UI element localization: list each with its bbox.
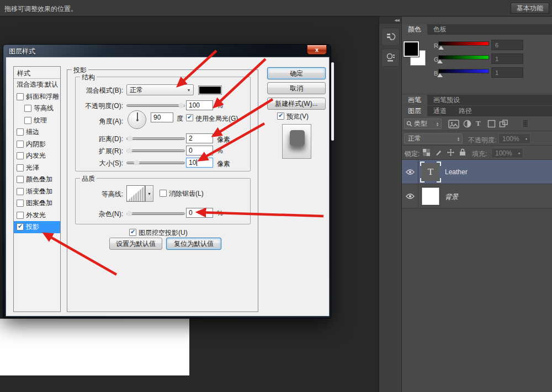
- style-item-checkbox[interactable]: [17, 152, 24, 159]
- tab-layers[interactable]: 图层: [402, 106, 427, 116]
- foreground-color-swatch[interactable]: [404, 41, 419, 57]
- set-default-button[interactable]: 设置为默认值: [109, 238, 162, 250]
- slider-thumb[interactable]: [126, 211, 132, 216]
- layer-filter-dropdown[interactable]: 类型 ▲▼: [404, 119, 442, 129]
- spread-field[interactable]: 0: [186, 146, 213, 155]
- shape-filter-icon[interactable]: [487, 120, 496, 128]
- layer-name[interactable]: 背景: [445, 192, 458, 202]
- style-item-5[interactable]: 内阴影: [14, 138, 60, 151]
- style-item-checkbox[interactable]: [17, 176, 24, 183]
- dialog-title-bar[interactable]: 图层样式 x: [6, 45, 328, 57]
- channel-value-R[interactable]: 6: [491, 40, 523, 50]
- style-item-checkbox[interactable]: [17, 212, 24, 219]
- filter-toggle-icon[interactable]: [522, 119, 528, 128]
- style-item-checkbox[interactable]: [24, 117, 31, 124]
- style-item-1[interactable]: 斜面和浮雕: [14, 91, 60, 103]
- style-item-7[interactable]: 光泽: [14, 162, 60, 174]
- size-slider[interactable]: [126, 162, 185, 164]
- angle-field[interactable]: 90: [151, 112, 173, 122]
- slider-thumb[interactable]: [178, 103, 184, 108]
- tab-swatches[interactable]: 色板: [427, 24, 453, 35]
- contour-dropdown-button[interactable]: ▼: [145, 185, 153, 202]
- document-canvas[interactable]: [0, 319, 189, 375]
- style-item-11[interactable]: 外发光: [14, 210, 60, 222]
- style-item-6[interactable]: 内发光: [14, 150, 60, 162]
- global-light-checkbox[interactable]: [186, 114, 193, 121]
- layer-row-背景[interactable]: 背景: [402, 184, 552, 208]
- channel-value-B[interactable]: 1: [491, 67, 523, 78]
- type-filter-icon[interactable]: T: [476, 119, 481, 128]
- tab-brush-presets[interactable]: 画笔预设: [427, 95, 466, 105]
- style-item-9[interactable]: 渐变叠加: [14, 186, 60, 198]
- channel-value-G[interactable]: 1: [491, 53, 523, 64]
- shadow-color-swatch[interactable]: [198, 85, 222, 95]
- slider-thumb[interactable]: [127, 136, 133, 141]
- properties-panel-icon[interactable]: [381, 49, 400, 67]
- text-layer-thumbnail[interactable]: T: [422, 163, 439, 181]
- spread-slider[interactable]: [126, 149, 185, 152]
- opacity-field[interactable]: 100: [186, 100, 213, 110]
- picture-filter-icon[interactable]: [448, 120, 459, 128]
- layer-blend-mode-dropdown[interactable]: 正常 ▲▼: [404, 133, 463, 144]
- layer-visibility-toggle[interactable]: [402, 160, 418, 184]
- channel-slider-thumb[interactable]: [437, 73, 443, 77]
- noise-slider[interactable]: [126, 212, 185, 215]
- layer-fill-dropdown[interactable]: 100% ▼: [491, 148, 523, 158]
- new-style-button[interactable]: 新建样式(W)...: [267, 98, 326, 110]
- size-field[interactable]: 10: [186, 158, 213, 168]
- style-item-checkbox[interactable]: [17, 223, 24, 230]
- channel-slider-R[interactable]: [438, 41, 489, 46]
- slider-thumb[interactable]: [126, 148, 132, 153]
- preview-checkbox[interactable]: [277, 112, 284, 120]
- opacity-slider[interactable]: [126, 104, 185, 107]
- style-item-checkbox[interactable]: [17, 200, 24, 207]
- style-item-checkbox[interactable]: [17, 141, 24, 148]
- style-item-checkbox[interactable]: [17, 188, 24, 195]
- channel-slider-B[interactable]: [438, 69, 489, 73]
- noise-field[interactable]: 0: [186, 208, 213, 218]
- contour-swatch[interactable]: [126, 185, 145, 202]
- style-item-checkbox[interactable]: [17, 164, 24, 171]
- style-item-12[interactable]: 投影: [14, 221, 60, 233]
- expand-panels-button[interactable]: ◀◀: [379, 17, 401, 24]
- adjustment-filter-icon[interactable]: [463, 119, 472, 128]
- channel-slider-thumb[interactable]: [438, 46, 444, 50]
- style-item-checkbox[interactable]: [24, 105, 31, 112]
- image-lock-icon[interactable]: [435, 149, 442, 156]
- distance-field[interactable]: 2: [186, 133, 213, 143]
- cancel-button[interactable]: 取消: [267, 82, 326, 94]
- history-panel-icon[interactable]: [381, 28, 400, 46]
- tab-color[interactable]: 颜色: [402, 24, 427, 35]
- layer-name[interactable]: Leather: [445, 168, 468, 176]
- lock-all-icon[interactable]: [459, 148, 466, 156]
- smart-object-filter-icon[interactable]: [499, 119, 509, 128]
- blend-mode-dropdown[interactable]: 正常 ▼: [126, 84, 194, 95]
- slider-thumb[interactable]: [134, 160, 140, 165]
- style-item-checkbox[interactable]: [17, 128, 24, 136]
- style-item-10[interactable]: 图案叠加: [14, 197, 60, 210]
- layer-row-Leather[interactable]: TLeather: [402, 160, 552, 184]
- background-layer-thumbnail[interactable]: [422, 187, 439, 205]
- knockout-checkbox[interactable]: [129, 229, 136, 236]
- distance-slider[interactable]: [126, 137, 185, 140]
- reset-default-button[interactable]: 复位为默认值: [166, 238, 221, 250]
- ok-button[interactable]: 确定: [267, 67, 326, 79]
- channel-slider-G[interactable]: [438, 55, 489, 60]
- style-item-2[interactable]: 等高线: [14, 103, 60, 115]
- close-button[interactable]: x: [307, 45, 327, 55]
- workspace-mode-button[interactable]: 基本功能: [511, 3, 549, 14]
- style-item-4[interactable]: 描边: [14, 126, 60, 138]
- style-item-8[interactable]: 颜色叠加: [14, 174, 60, 186]
- style-item-checkbox[interactable]: [17, 93, 24, 100]
- layer-visibility-toggle[interactable]: [402, 184, 418, 208]
- tab-paths[interactable]: 路径: [453, 106, 478, 116]
- channel-slider-thumb[interactable]: [437, 60, 443, 63]
- tab-brush[interactable]: 画笔: [402, 95, 427, 105]
- layer-opacity-dropdown[interactable]: 100% ▼: [498, 133, 530, 144]
- style-item-3[interactable]: 纹理: [14, 115, 60, 127]
- style-item-0[interactable]: 混合选项:默认: [14, 79, 60, 91]
- antialias-checkbox[interactable]: [160, 190, 167, 197]
- angle-dial[interactable]: [128, 110, 146, 129]
- position-lock-icon[interactable]: [447, 149, 454, 156]
- tab-channels[interactable]: 通道: [427, 106, 453, 116]
